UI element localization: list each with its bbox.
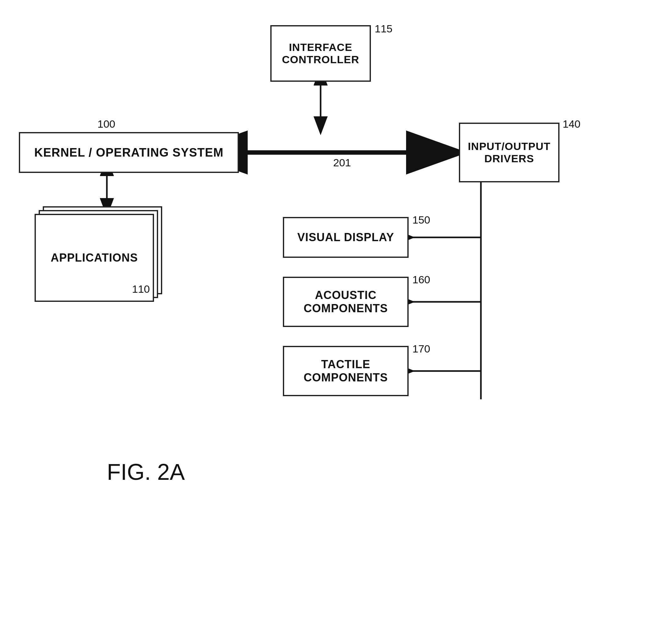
io-drivers-box: INPUT/OUTPUTDRIVERS: [459, 123, 560, 182]
tactile-components-box: TACTILECOMPONENTS: [283, 346, 408, 396]
arrow-201-label: 201: [333, 157, 351, 169]
kernel-box: KERNEL / OPERATING SYSTEM: [19, 132, 239, 173]
interface-controller-box: INTERFACE CONTROLLER: [270, 25, 371, 82]
kernel-ref: 100: [97, 118, 115, 130]
acoustic-components-box: ACOUSTICCOMPONENTS: [283, 277, 408, 327]
diagram-container: INTERFACE CONTROLLER 115 KERNEL / OPERAT…: [0, 0, 672, 643]
acoustic-components-ref: 160: [412, 274, 430, 286]
visual-arrowhead: [408, 235, 415, 240]
interface-controller-ref: 115: [375, 23, 393, 35]
visual-display-box: VISUAL DISPLAY: [283, 217, 408, 258]
io-drivers-ref: 140: [563, 118, 581, 130]
tactile-arrowhead: [408, 368, 415, 374]
visual-display-ref: 150: [412, 214, 430, 226]
acoustic-arrowhead: [408, 299, 415, 304]
applications-ref: 110: [132, 283, 150, 295]
tactile-components-ref: 170: [412, 343, 430, 355]
figure-caption: FIG. 2A: [107, 459, 185, 485]
